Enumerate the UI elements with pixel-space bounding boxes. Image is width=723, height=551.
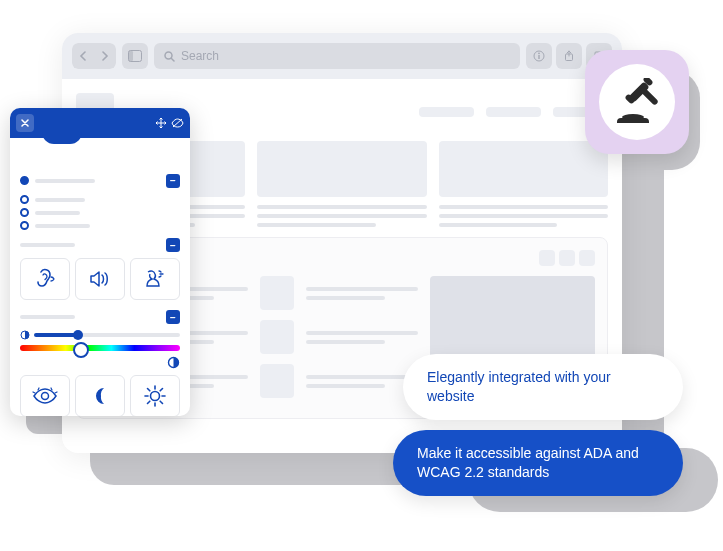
info-button[interactable]	[526, 43, 552, 69]
search-icon	[164, 51, 175, 62]
contrast-icon	[20, 330, 30, 340]
svg-line-21	[148, 401, 150, 403]
svg-point-13	[42, 393, 49, 400]
placeholder-card	[257, 141, 426, 197]
svg-point-6	[538, 52, 540, 54]
callout-text: Make it accessible against ADA and WCAG …	[417, 445, 639, 480]
svg-rect-26	[639, 86, 659, 106]
search-placeholder: Search	[181, 49, 219, 63]
section-collapse-button[interactable]: −	[166, 174, 180, 188]
svg-point-27	[622, 114, 644, 120]
accessibility-widget: − − −	[10, 108, 190, 416]
ear-icon[interactable]	[20, 258, 70, 300]
svg-line-22	[160, 389, 162, 391]
browser-toolbar: Search	[62, 33, 622, 79]
contrast-slider[interactable]	[34, 333, 180, 337]
forward-button[interactable]	[94, 43, 116, 69]
svg-rect-5	[538, 55, 539, 59]
sun-icon[interactable]	[130, 375, 180, 416]
speaker-icon[interactable]	[75, 258, 125, 300]
voice-icon[interactable]	[130, 258, 180, 300]
svg-line-3	[172, 58, 175, 61]
section-collapse-button[interactable]: −	[166, 310, 180, 324]
placeholder-card	[439, 141, 608, 197]
widget-option[interactable]	[20, 195, 180, 204]
svg-line-20	[160, 401, 162, 403]
sidebar-toggle-button[interactable]	[122, 43, 148, 69]
share-button[interactable]	[556, 43, 582, 69]
svg-line-19	[148, 389, 150, 391]
svg-point-2	[165, 52, 172, 59]
widget-close-button[interactable]	[16, 114, 34, 132]
callout-compliance: Make it accessible against ADA and WCAG …	[393, 430, 683, 496]
svg-point-14	[151, 392, 160, 401]
move-icon[interactable]	[155, 117, 167, 129]
gavel-icon	[611, 78, 663, 126]
widget-header	[10, 108, 190, 138]
moon-icon[interactable]	[75, 375, 125, 416]
placeholder-nav	[486, 107, 541, 117]
widget-option[interactable]	[20, 221, 180, 230]
widget-tab	[42, 108, 82, 144]
widget-option[interactable]	[20, 208, 180, 217]
hue-slider[interactable]	[20, 345, 180, 351]
callout-text: Elegantly integrated with your website	[427, 369, 611, 404]
eye-icon[interactable]	[20, 375, 70, 416]
placeholder-nav	[419, 107, 474, 117]
legal-badge	[585, 50, 689, 154]
color-reset-icon[interactable]	[167, 356, 180, 369]
hide-icon[interactable]	[171, 118, 184, 128]
callout-integration: Elegantly integrated with your website	[403, 354, 683, 420]
search-input[interactable]: Search	[154, 43, 520, 69]
svg-rect-1	[129, 51, 134, 62]
section-collapse-button[interactable]: −	[166, 238, 180, 252]
back-button[interactable]	[72, 43, 94, 69]
